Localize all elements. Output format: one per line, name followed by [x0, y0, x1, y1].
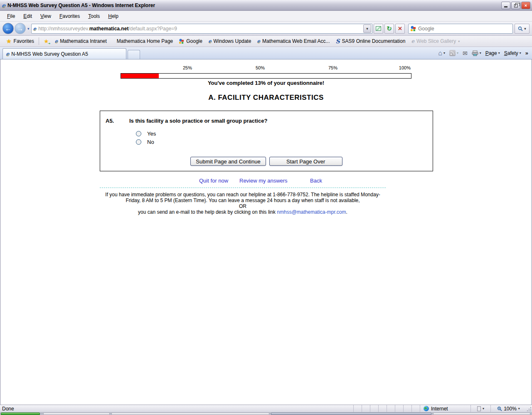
- favorites-button[interactable]: ★ Favorites: [3, 37, 37, 46]
- new-tab-button[interactable]: [128, 50, 140, 59]
- address-dropdown-button[interactable]: ▾: [363, 25, 371, 33]
- favorite-label: Google: [186, 38, 202, 44]
- mail-icon: ✉: [463, 50, 468, 57]
- status-pane: [387, 405, 395, 412]
- print-button[interactable]: ▾: [472, 50, 481, 56]
- favorite-sas9-documentation[interactable]: S SAS9 Online Documentation: [332, 37, 408, 46]
- submit-button[interactable]: Submit Page and Continue: [190, 157, 266, 166]
- menu-tools[interactable]: Tools: [84, 12, 103, 20]
- home-icon: ⌂: [438, 49, 442, 57]
- refresh-button[interactable]: ↻: [384, 24, 394, 34]
- globe-icon: [424, 406, 429, 411]
- title-bar: e N-MHSS Web Survey Question A5 - Window…: [0, 0, 532, 11]
- stop-icon: ×: [398, 25, 402, 32]
- zoom-control[interactable]: 100% ▾: [490, 405, 526, 412]
- home-button[interactable]: ⌂ ▾: [438, 49, 445, 57]
- back-link[interactable]: Back: [310, 178, 322, 184]
- review-answers-link[interactable]: Review my answers: [239, 178, 288, 184]
- status-pane: [395, 405, 403, 412]
- page-menu-button[interactable]: Page ▾: [485, 50, 500, 56]
- question-number: A5.: [106, 118, 114, 124]
- status-pane: [353, 405, 362, 412]
- restore-button[interactable]: [511, 2, 520, 9]
- progress-message: You've completed 13% of your questionnai…: [1, 80, 531, 86]
- tab-title: N-MHSS Web Survey Question A5: [11, 51, 88, 57]
- tick-50: 50%: [256, 65, 265, 70]
- status-pane: [370, 405, 378, 412]
- add-favorite-button[interactable]: ★: [41, 37, 52, 46]
- status-text: Done: [0, 406, 353, 412]
- helpdesk-email-link[interactable]: nmhss@mathematica-mpr.com: [277, 209, 346, 215]
- menu-view[interactable]: View: [37, 12, 55, 20]
- quit-link[interactable]: Quit for now: [199, 178, 228, 184]
- question-box: A5. Is this facility a solo practice or …: [100, 111, 433, 171]
- status-pane: [362, 405, 370, 412]
- menu-favorites[interactable]: Favorites: [56, 12, 84, 20]
- back-button[interactable]: ←: [2, 23, 14, 34]
- radio-no[interactable]: [136, 139, 141, 145]
- tick-75: 75%: [328, 65, 337, 70]
- radio-yes[interactable]: [136, 131, 141, 136]
- tab-bar: e N-MHSS Web Survey Question A5 ⌂ ▾ ▾ ✉: [0, 47, 532, 59]
- stop-button[interactable]: ×: [395, 24, 405, 34]
- helpline-text: If you have immediate problems or questi…: [100, 188, 386, 215]
- browser-window: e N-MHSS Web Survey Question A5 - Window…: [0, 0, 532, 415]
- google-icon: [179, 39, 184, 44]
- status-pane: [403, 405, 411, 412]
- recent-pages-dropdown[interactable]: ▾: [27, 27, 30, 31]
- start-button-edge[interactable]: [1, 413, 40, 415]
- address-input[interactable]: e http://nmhsssurveydev.mathematica.net/…: [31, 24, 372, 34]
- page-content: 25% 50% 75% 100% You've completed 13% of…: [0, 59, 532, 405]
- close-button[interactable]: ×: [521, 2, 530, 9]
- chevron-down-icon: ▾: [443, 51, 445, 55]
- feeds-button[interactable]: ▾: [449, 50, 458, 56]
- minimize-button[interactable]: [501, 2, 510, 9]
- read-mail-button[interactable]: ✉: [463, 50, 468, 57]
- start-over-button[interactable]: Start Page Over: [269, 157, 342, 166]
- url-text: http://nmhsssurveydev.mathematica.net/de…: [38, 26, 363, 32]
- ie-favicon-gray: e: [411, 39, 414, 44]
- safety-menu-label: Safety: [504, 50, 518, 56]
- favorite-mathematica-intranet[interactable]: e Mathematica Intranet: [52, 37, 109, 45]
- tab-survey-question-a5[interactable]: e N-MHSS Web Survey Question A5: [2, 48, 126, 59]
- page-menu-label: Page: [485, 50, 497, 56]
- search-box[interactable]: [408, 24, 513, 34]
- taskbar-button[interactable]: [43, 413, 110, 415]
- compatibility-view-button[interactable]: [374, 24, 383, 34]
- helpline-line1: If you have immediate problems or questi…: [105, 192, 380, 203]
- favorite-label: Windows Update: [214, 38, 251, 44]
- close-icon: ×: [525, 2, 527, 9]
- menu-edit[interactable]: Edit: [20, 12, 36, 20]
- protected-mode-button[interactable]: ▾: [470, 405, 490, 412]
- safety-menu-button[interactable]: Safety ▾: [504, 50, 521, 56]
- option-no-label: No: [147, 139, 154, 145]
- tab-favicon: e: [6, 52, 9, 57]
- navigation-bar: ← → ▾ e http://nmhsssurveydev.mathematic…: [0, 22, 532, 36]
- favorite-google[interactable]: Google: [176, 37, 205, 45]
- menu-help[interactable]: Help: [104, 12, 122, 20]
- resize-grip[interactable]: [526, 405, 532, 412]
- zoom-icon: [497, 406, 502, 411]
- window-title: N-MHSS Web Survey Question A5 - Windows …: [7, 2, 501, 8]
- forward-button[interactable]: →: [15, 23, 26, 34]
- option-no[interactable]: No: [136, 139, 154, 145]
- toolbar-overflow-chevron[interactable]: »: [525, 50, 528, 56]
- chevron-down-icon: ▾: [457, 51, 458, 55]
- favorite-web-slice-gallery[interactable]: e Web Slice Gallery ▾: [408, 37, 463, 45]
- option-yes[interactable]: Yes: [136, 131, 156, 137]
- search-button[interactable]: ▾: [515, 24, 530, 34]
- favorite-windows-update[interactable]: e Windows Update: [205, 37, 254, 45]
- command-bar: ⌂ ▾ ▾ ✉ ▾ Page ▾: [438, 47, 530, 59]
- favorites-label: Favorites: [14, 38, 34, 44]
- favorite-label: Mathematica Web Email Acc...: [262, 38, 330, 44]
- favorite-mathematica-web-email[interactable]: e Mathematica Web Email Acc...: [254, 37, 332, 45]
- search-input[interactable]: [418, 26, 511, 32]
- taskbar-button-active[interactable]: [271, 413, 431, 415]
- favorite-mathematica-home-page[interactable]: Mathematica Home Page: [114, 37, 176, 45]
- helpline-period: .: [346, 209, 347, 215]
- taskbar-button[interactable]: [111, 413, 269, 415]
- search-options-dropdown[interactable]: ▾: [524, 27, 526, 31]
- menu-file[interactable]: File: [3, 12, 19, 20]
- taskbar-button[interactable]: [433, 413, 530, 415]
- page-icon: [477, 406, 481, 411]
